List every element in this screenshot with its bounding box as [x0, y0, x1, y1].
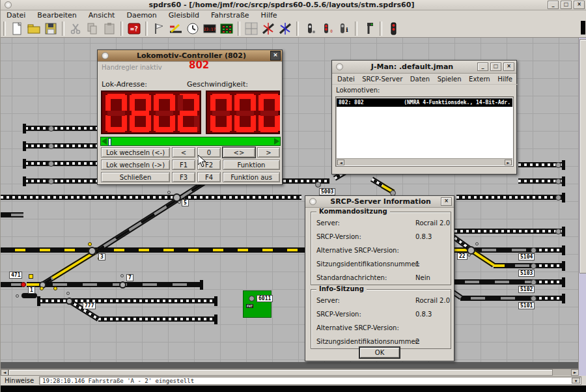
slider-right-arrow-icon[interactable]	[274, 138, 279, 145]
track-node[interactable]	[531, 263, 537, 269]
track-node[interactable]	[48, 178, 54, 184]
close-button[interactable]: ×	[441, 197, 452, 206]
loco-list-selected-item[interactable]: 802: 802 (NMRA 4-Funktionsdek., 14-Bit-A…	[337, 98, 512, 107]
track-segment[interactable]	[1, 247, 305, 253]
jman-menu-item-datei[interactable]: Datei	[337, 76, 355, 83]
semaphore-pole-icon[interactable]	[361, 21, 376, 36]
track-segment[interactable]	[1, 282, 22, 287]
status-message-field[interactable]: 19:28:10.146 Fahrstraße 'A - 2' eingeste…	[39, 376, 581, 385]
track-node[interactable]	[48, 143, 54, 149]
maximize-button[interactable]: □	[561, 1, 572, 9]
track-segment[interactable]	[533, 279, 563, 285]
signal-flag-icon[interactable]	[151, 21, 167, 36]
signal-info-icon[interactable]: i	[336, 21, 352, 36]
menu-item-bearbeiten[interactable]: Bearbeiten	[37, 11, 76, 20]
indicator-dot[interactable]	[167, 191, 171, 194]
track-node[interactable]	[555, 195, 561, 201]
track-edit-blue-icon[interactable]	[277, 21, 293, 36]
menu-item-gleisbild[interactable]: Gleisbild	[169, 11, 199, 20]
speed-slider[interactable]	[100, 137, 281, 146]
menu-item-ansicht[interactable]: Ansicht	[89, 11, 115, 20]
switch-icon[interactable]	[168, 21, 184, 36]
switch-circle[interactable]	[66, 298, 73, 305]
window-menu-icon[interactable]	[309, 198, 316, 205]
signal-main-icon[interactable]: 0	[319, 21, 335, 36]
jman-menu-item-extern[interactable]: Extern	[469, 76, 490, 83]
horizontal-scrollbar-thumb[interactable]	[8, 369, 553, 376]
track-node[interactable]	[249, 296, 255, 301]
close-icon[interactable]: ×	[270, 51, 281, 61]
track-node[interactable]	[48, 126, 54, 132]
track-node[interactable]	[555, 229, 561, 234]
vertical-scrollbar-thumb[interactable]	[579, 39, 586, 273]
track-segment[interactable]	[460, 296, 533, 301]
track-node[interactable]	[555, 178, 561, 184]
track-segment[interactable]	[505, 263, 533, 268]
menu-item-datei[interactable]: Datei	[7, 11, 25, 20]
status-dropdown-icon[interactable]: ▼	[572, 378, 580, 384]
track-node[interactable]	[315, 182, 321, 188]
controller-button[interactable]: Funktion	[223, 160, 280, 170]
jman-menu-item-spielen[interactable]: Spielen	[438, 76, 462, 83]
track-segment[interactable]	[1, 212, 23, 217]
jman-menu-item-hilfe[interactable]: Hilfe	[497, 76, 512, 83]
window-menu-icon[interactable]	[102, 52, 109, 59]
dwarf-signal[interactable]	[21, 293, 37, 298]
scroll-left-icon[interactable]: ◄	[337, 160, 344, 165]
vertical-scrollbar[interactable]	[578, 38, 586, 376]
occupied-block[interactable]: 6011FHT	[243, 290, 272, 318]
track-edit-red-icon[interactable]	[260, 21, 276, 36]
track-node[interactable]	[531, 279, 537, 285]
maximize-button[interactable]: □	[490, 63, 501, 71]
led-panel-icon[interactable]	[219, 21, 234, 36]
jman-menu-item-srcp-server[interactable]: SRCP-Server	[362, 76, 402, 83]
digital-clock-icon[interactable]: 23:17	[202, 21, 217, 36]
indicator-dot[interactable]	[178, 201, 181, 204]
indicator-dot[interactable]	[475, 242, 479, 245]
switch-circle[interactable]	[88, 247, 96, 255]
menu-item-daemon[interactable]: Daemon	[126, 11, 156, 20]
controller-button[interactable]: F4	[197, 172, 221, 182]
minimize-button[interactable]: _	[477, 63, 488, 71]
ok-button[interactable]: OK	[359, 346, 400, 359]
loco-list[interactable]: 802: 802 (NMRA 4-Funktionsdek., 14-Bit-A…	[335, 96, 514, 167]
save-file-icon[interactable]	[43, 21, 59, 36]
signal-shunt-icon[interactable]	[302, 21, 318, 36]
track-segment[interactable]	[494, 263, 505, 268]
controller-button[interactable]: F3	[172, 172, 195, 182]
track-node[interactable]	[531, 247, 537, 253]
track-diagonal[interactable]	[94, 181, 205, 255]
controller-button[interactable]: F1	[172, 160, 195, 170]
track-node[interactable]	[48, 161, 54, 167]
track-segment[interactable]	[471, 247, 533, 253]
controller-button[interactable]: Lok wechseln (<-)	[101, 147, 170, 158]
slider-handle[interactable]	[108, 138, 111, 146]
controller-button[interactable]: <>	[223, 147, 255, 158]
indicator-dot[interactable]	[467, 253, 471, 257]
controller-button[interactable]: <	[172, 147, 195, 158]
track-segment[interactable]	[1, 195, 301, 200]
track-segment[interactable]	[454, 229, 564, 234]
slider-left-arrow-icon[interactable]	[102, 138, 107, 145]
scroll-left-icon[interactable]: ◄	[1, 369, 8, 376]
track-segment[interactable]	[533, 263, 563, 268]
track-segment[interactable]	[533, 296, 563, 301]
horizontal-scrollbar[interactable]: ◄ ►	[1, 369, 579, 376]
open-file-icon[interactable]	[26, 21, 42, 36]
grid-icon[interactable]	[244, 21, 259, 36]
jman-menu-item-daten[interactable]: Daten	[410, 76, 430, 83]
switch-circle[interactable]	[119, 281, 126, 288]
menu-item-hilfe[interactable]: Hilfe	[261, 11, 277, 20]
indicator-dot[interactable]	[66, 292, 70, 295]
track-segment[interactable]	[98, 316, 217, 322]
indicator-dot[interactable]	[16, 294, 19, 298]
signal-column-icon[interactable]	[385, 21, 401, 36]
track-node[interactable]	[531, 296, 537, 301]
menu-item-fahrstraße[interactable]: Fahrstraße	[211, 11, 249, 20]
clock-icon[interactable]	[185, 21, 201, 36]
controller-button[interactable]: Lok wechseln (->)	[101, 160, 170, 170]
track-segment[interactable]	[454, 279, 533, 285]
controller-button[interactable]: >	[257, 147, 280, 158]
window-menu-icon[interactable]	[336, 63, 343, 70]
controller-button[interactable]: Funktion aus	[223, 172, 280, 182]
